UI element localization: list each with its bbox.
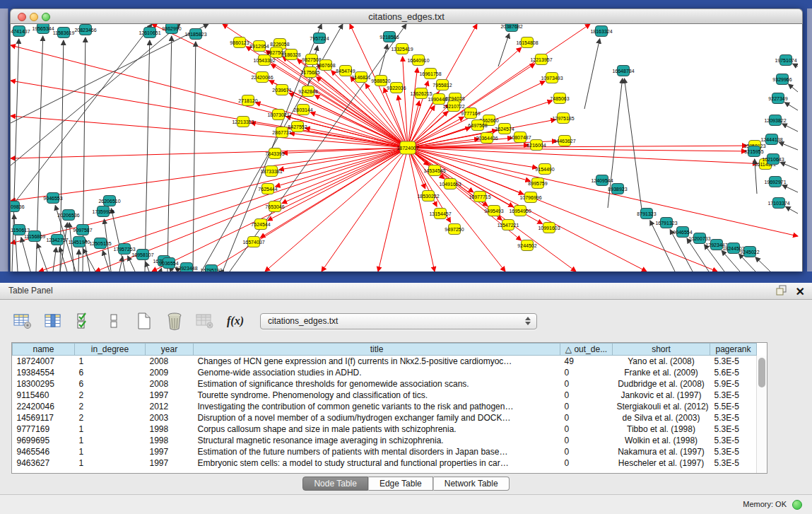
window-minimize-button[interactable] — [30, 13, 38, 21]
table-row[interactable]: 977716911998Corpus callosum shape and si… — [13, 424, 757, 435]
table-row[interactable]: 946554611997Estimation of the future num… — [13, 446, 757, 457]
table-cell[interactable]: 2008 — [146, 356, 194, 367]
table-cell[interactable]: Disruption of a novel member of a sodium… — [194, 412, 560, 424]
table-cell[interactable]: Estimation of significance thresholds fo… — [194, 378, 560, 390]
table-cell[interactable]: 1997 — [146, 390, 194, 401]
table-cell[interactable]: Nakamura et al. (1997) — [613, 446, 710, 457]
table-cell[interactable]: Tibbo et al. (1998) — [613, 424, 710, 435]
table-row[interactable]: 1830029562008Estimation of significance … — [13, 378, 757, 390]
table-cell[interactable]: 0 — [560, 412, 613, 424]
table-cell[interactable]: 0 — [560, 367, 613, 378]
table-cell[interactable]: 0 — [560, 424, 613, 435]
table-cell[interactable]: 9463627 — [13, 457, 75, 469]
table-cell[interactable]: 5.5E-5 — [710, 401, 757, 412]
table-cell[interactable]: 1 — [75, 446, 146, 457]
table-cell[interactable]: 2009 — [146, 367, 194, 378]
table-cell[interactable]: 1998 — [146, 424, 194, 435]
column-header-title[interactable]: title — [194, 344, 560, 356]
table-cell[interactable]: 9699695 — [13, 435, 75, 446]
delete-icon[interactable] — [165, 311, 184, 331]
table-cell[interactable]: 1 — [75, 356, 146, 367]
table-cell[interactable]: 5.3E-5 — [710, 356, 757, 367]
table-cell[interactable]: 14569117 — [13, 412, 75, 424]
table-cell[interactable]: 0 — [560, 435, 613, 446]
table-cell[interactable]: 0 — [560, 378, 613, 390]
column-header-year[interactable]: year — [146, 344, 194, 356]
table-cell[interactable]: 9465546 — [13, 446, 75, 457]
table-cell[interactable]: Estimation of the future numbers of pati… — [194, 446, 560, 457]
table-cell[interactable]: 2012 — [146, 401, 194, 412]
column-header-in_degree[interactable]: in_degree — [75, 344, 146, 356]
table-cell[interactable]: Stergiakouli et al. (2012) — [613, 401, 710, 412]
table-cell[interactable]: 9777169 — [13, 424, 75, 435]
table-cell[interactable]: 6 — [75, 367, 146, 378]
table-cell[interactable]: 5.6E-5 — [710, 367, 757, 378]
table-row[interactable]: 911546021997Tourette syndrome. Phenomeno… — [13, 390, 757, 401]
table-cell[interactable]: 22420046 — [13, 401, 75, 412]
table-cell[interactable]: Structural magnetic resonance image aver… — [194, 435, 560, 446]
table-vertical-scrollbar[interactable] — [756, 356, 767, 473]
select-column-icon[interactable] — [43, 311, 63, 331]
table-cell[interactable]: Dudbridge et al. (2008) — [613, 378, 710, 390]
table-cell[interactable]: 2 — [75, 401, 146, 412]
row-height-icon[interactable] — [104, 311, 124, 331]
table-row[interactable]: 2242004622012Investigating the contribut… — [13, 401, 757, 412]
table-cell[interactable]: Wolkin et al. (1998) — [613, 435, 710, 446]
table-cell[interactable]: 2008 — [146, 378, 194, 390]
table-cell[interactable]: 5.3E-5 — [710, 435, 757, 446]
table-cell[interactable]: 5.3E-5 — [710, 446, 757, 457]
table-cell[interactable]: 1 — [75, 424, 146, 435]
table-cell[interactable]: 0 — [560, 446, 613, 457]
table-cell[interactable]: 9115460 — [13, 390, 75, 401]
table-cell[interactable]: 5.3E-5 — [710, 390, 757, 401]
table-row[interactable]: 1872400712008Changes of HCN gene express… — [13, 356, 757, 367]
close-panel-icon[interactable]: ✕ — [796, 286, 805, 298]
table-cell[interactable]: Yano et al. (2008) — [613, 356, 710, 367]
table-cell[interactable]: 5.3E-5 — [710, 412, 757, 424]
show-columns-icon[interactable] — [73, 311, 93, 331]
float-panel-icon[interactable] — [776, 285, 787, 298]
table-cell[interactable]: 5.9E-5 — [710, 378, 757, 390]
table-cell[interactable]: 1 — [75, 435, 146, 446]
table-cell[interactable]: 49 — [560, 356, 613, 367]
table-cell[interactable]: 0 — [560, 401, 613, 412]
column-header-pagerank[interactable]: pagerank — [710, 344, 757, 356]
table-row[interactable]: 969969511998Structural magnetic resonanc… — [13, 435, 757, 446]
table-cell[interactable]: 5.3E-5 — [710, 457, 757, 469]
tab-edge-table[interactable]: Edge Table — [368, 477, 433, 491]
table-cell[interactable]: 6 — [75, 378, 146, 390]
network-graph[interactable]: 1872400798601238912954822605898275098186… — [11, 24, 802, 271]
table-cell[interactable]: 19384554 — [13, 367, 75, 378]
new-table-icon[interactable] — [134, 311, 154, 331]
table-cell[interactable]: 1998 — [146, 435, 194, 446]
table-cell[interactable]: 1997 — [146, 446, 194, 457]
tab-node-table[interactable]: Node Table — [302, 477, 368, 491]
table-cell[interactable]: 2 — [75, 390, 146, 401]
table-row[interactable]: 1456911722003Disruption of a novel membe… — [13, 412, 757, 424]
table-row[interactable]: 1938455462009Genome-wide association stu… — [13, 367, 757, 378]
column-header-short[interactable]: short — [613, 344, 710, 356]
column-header-out_de[interactable]: △ out_de... — [560, 344, 613, 356]
table-cell[interactable]: 18300295 — [13, 378, 75, 390]
table-cell[interactable]: 0 — [560, 390, 613, 401]
window-close-button[interactable] — [18, 13, 26, 21]
table-cell[interactable]: Embryonic stem cells: a model to study s… — [194, 457, 560, 469]
table-cell[interactable]: 0 — [560, 457, 613, 469]
table-cell[interactable]: Genome-wide association studies in ADHD. — [194, 367, 560, 378]
table-cell[interactable]: 2003 — [146, 412, 194, 424]
network-window-titlebar[interactable]: citations_edges.txt — [10, 8, 803, 24]
table-row[interactable]: 946362711997Embryonic stem cells: a mode… — [13, 457, 757, 469]
table-cell[interactable]: 1997 — [146, 457, 194, 469]
table-source-select[interactable]: citations_edges.txt — [260, 313, 537, 329]
table-cell[interactable]: Hescheler et al. (1997) — [613, 457, 710, 469]
table-cell[interactable]: 18724007 — [13, 356, 75, 367]
table-cell[interactable]: 5.3E-5 — [710, 424, 757, 435]
table-cell[interactable]: Jankovic et al. (1997) — [613, 390, 710, 401]
function-builder-icon[interactable]: f(x) — [225, 311, 245, 331]
table-cell[interactable]: 2 — [75, 412, 146, 424]
column-header-name[interactable]: name — [13, 344, 75, 356]
scrollbar-thumb[interactable] — [758, 358, 765, 387]
table-cell[interactable]: Changes of HCN gene expression and I(f) … — [194, 356, 560, 367]
table-cell[interactable]: Franke et al. (2009) — [613, 367, 710, 378]
table-cell[interactable]: Corpus callosum shape and size in male p… — [194, 424, 560, 435]
